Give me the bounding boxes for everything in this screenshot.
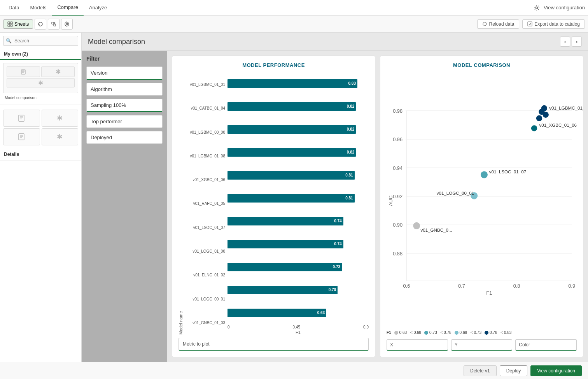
bar-row[interactable]: 0.73 [228,262,369,272]
sidebar: 🔍 My own (2) ✱ ✱ [0,33,82,362]
bar-x-label: F1 [228,330,369,335]
scatter-chart-title: MODEL COMPARISON [387,62,577,68]
legend-f1-label: F1 [387,330,391,335]
bar-row[interactable]: 0.74 [228,239,369,250]
svg-point-51 [413,222,420,229]
reload-button[interactable]: Reload data [477,19,520,29]
page-title: Model comparison [88,38,560,46]
legend-range-3: 0.68 - < 0.73 [460,330,481,335]
metric-to-plot-label: Metric to plot [183,341,210,347]
legend-item-3: 0.68 - < 0.73 [455,330,481,335]
content-area: Model comparison ‹ › Filter Version Algo… [82,33,588,362]
bar-row[interactable]: 0.70 [228,285,369,295]
filter-panel: Filter Version Algorithm Sampling 100% T… [82,51,167,362]
toolbar-icon-btn-1[interactable] [35,19,46,30]
svg-text:0.98: 0.98 [393,108,402,114]
legend-item-1: 0.63 - < 0.68 [394,330,421,335]
bar-row[interactable]: 0.82 [228,101,369,112]
legend-dot-3 [455,331,458,335]
sheet-item-detail-2[interactable]: ✱ [42,110,79,127]
sheet-item-detail-3[interactable] [3,128,40,145]
svg-text:0.9: 0.9 [568,283,575,289]
bar-y-label: v01_CATBC_01_04 [185,96,225,120]
sheets-button[interactable]: Sheets [3,19,33,29]
svg-rect-1 [8,22,10,24]
bars-area: 0.830.820.820.820.810.810.740.740.730.70… [228,73,369,323]
svg-text:F1: F1 [486,290,492,296]
svg-text:v01_LGBMC_01_08: v01_LGBMC_01_08 [549,106,583,110]
toolbar-right: Reload data Export data to catalog [477,19,585,29]
legend-item-2: 0.73 - < 0.78 [424,330,451,335]
view-config-nav[interactable]: View configuration [534,5,585,11]
reload-label: Reload data [489,21,514,27]
bar-y-label: v01_LOGC_00_01 [185,287,225,311]
sheet-item-detail-1[interactable] [3,110,40,127]
sheet-item-model-comparison[interactable]: ✱ ✱ [3,63,78,93]
svg-point-9 [65,22,69,26]
bar-chart-container: Model name v01_LGBMC_01_01v01_CATBC_01_0… [178,73,369,335]
bar-row[interactable]: 0.82 [228,147,369,158]
bar-x-tick: 0 [228,325,230,329]
page-prev-btn[interactable]: ‹ [560,37,570,47]
asterisk-icon-2: ✱ [38,79,43,87]
toolbar-icon-btn-2[interactable] [48,19,60,30]
filter-top-performer[interactable]: Top performer [86,115,163,128]
bar-row[interactable]: 0.63 [228,307,369,318]
model-comparison-label: Model comparison [3,96,78,100]
main-layout: 🔍 My own (2) ✱ ✱ [0,33,588,362]
scatter-wrapper: 0.98 0.96 0.94 0.92 0.90 0.88 [387,73,577,329]
export-catalog-button[interactable]: Export data to catalog [522,19,585,29]
legend-range-1: 0.63 - < 0.68 [399,330,421,335]
bottom-bar: Delete v1 Deploy View configuration [0,362,588,379]
svg-text:v01_LOGC_00_01: v01_LOGC_00_01 [437,191,474,196]
bar-x-tick: 0.9 [363,325,369,329]
bar-row[interactable]: 0.81 [228,170,369,181]
deploy-button[interactable]: Deploy [500,365,527,376]
page-next-btn[interactable]: › [572,37,582,47]
search-icon: 🔍 [6,38,12,44]
sync-icon [38,21,43,27]
bar-row[interactable]: 0.83 [228,78,369,89]
svg-rect-13 [528,22,532,26]
svg-rect-14 [21,70,25,74]
detail-icon-4: ✱ [54,131,66,143]
nav-data[interactable]: Data [3,0,24,16]
toolbar-icon-btn-3[interactable] [61,19,73,30]
filter-sampling[interactable]: Sampling 100% [86,99,163,112]
filter-version[interactable]: Version [86,66,163,80]
svg-rect-19 [19,134,24,140]
bar-y-label: v01_XGBC_01_06 [185,168,225,192]
nav-models[interactable]: Models [24,0,52,16]
bar-row[interactable]: 0.74 [228,216,369,227]
export-icon [51,21,56,27]
legend-range-2: 0.73 - < 0.78 [429,330,451,335]
view-configuration-button[interactable]: View configuration [530,365,582,376]
bar-row[interactable]: 0.82 [228,124,369,135]
bar-y-label: v01_RAFC_01_05 [185,192,225,215]
sheet-item-detail-4[interactable]: ✱ [42,128,79,145]
scatter-svg: 0.98 0.96 0.94 0.92 0.90 0.88 [387,73,577,329]
nav-analyze[interactable]: Analyze [84,0,112,16]
bar-row[interactable]: 0.81 [228,193,369,204]
svg-text:0.90: 0.90 [393,222,402,228]
bar-y-label: v01_LGBMC_01_01 [185,73,225,96]
legend-dot-1 [394,331,398,335]
details-grid: ✱ ✱ [0,107,81,148]
svg-point-47 [481,171,488,178]
filter-deployed[interactable]: Deployed [86,131,163,144]
bar-y-labels: v01_LGBMC_01_01v01_CATBC_01_04v01_LGBMC_… [185,73,228,335]
bar-chart: Model name v01_LGBMC_01_01v01_CATBC_01_0… [178,73,369,335]
delete-button[interactable]: Delete v1 [464,365,497,376]
search-input[interactable] [3,36,78,46]
filter-algorithm[interactable]: Algorithm [86,83,163,96]
color-input[interactable]: Color [515,339,577,351]
export-label: Export data to catalog [534,21,580,27]
nav-compare[interactable]: Compare [52,0,83,16]
x-axis-input[interactable]: X [387,339,448,351]
inner-content: Filter Version Algorithm Sampling 100% T… [82,51,588,362]
page-nav-btns: ‹ › [560,37,582,47]
svg-text:AUC: AUC [388,196,394,206]
bar-chart-card: MODEL PERFORMANCE Model name v01_LGBMC_0… [172,56,375,357]
metric-to-plot-bar[interactable]: Metric to plot [178,338,369,351]
y-axis-input[interactable]: Y [451,339,513,351]
